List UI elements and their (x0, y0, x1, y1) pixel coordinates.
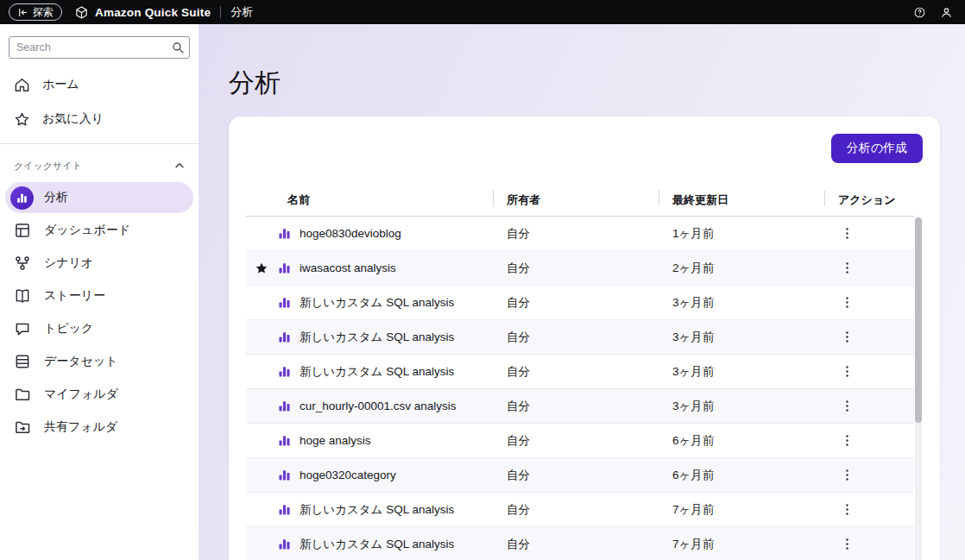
sidebar-item-label: ホーム (42, 77, 79, 92)
star-filled-icon[interactable] (255, 261, 268, 275)
bar-chart-icon (277, 364, 292, 379)
updated-cell: 2ヶ月前 (659, 261, 824, 276)
search-input[interactable] (9, 36, 190, 59)
sidebar-item-star[interactable]: お気に入り (0, 102, 199, 136)
updated-cell: 7ヶ月前 (659, 502, 824, 518)
sidebar-item-dataset[interactable]: データセット (5, 346, 193, 377)
analysis-name[interactable]: hoge0830devioblog (300, 227, 401, 240)
search-icon[interactable] (171, 41, 185, 54)
page-title: 分析 (229, 66, 281, 101)
bar-chart-icon (277, 433, 292, 448)
sidebar-item-shared-folder[interactable]: 共有フォルダ (5, 412, 193, 443)
analysis-name[interactable]: 新しいカスタム SQL analysis (300, 364, 454, 380)
updated-cell: 3ヶ月前 (659, 295, 824, 311)
name-cell: 新しいカスタム SQL analysis (246, 286, 493, 319)
analysis-name[interactable]: hoge0320category (300, 469, 396, 481)
sidebar: ホームお気に入り クイックサイト 分析ダッシュボードシナリオストーリートピックデ… (0, 24, 199, 560)
owner-cell: 自分 (493, 468, 659, 483)
row-actions-button[interactable] (835, 463, 859, 488)
table-row[interactable]: cur_hourly-00001.csv analysis自分3ヶ月前 (246, 389, 914, 424)
updated-cell: 3ヶ月前 (659, 330, 824, 345)
sidebar-item-topic[interactable]: トピック (5, 313, 193, 344)
brand-name: Amazon Quick Suite (95, 6, 211, 19)
row-actions-button[interactable] (835, 222, 859, 246)
owner-cell: 自分 (493, 537, 659, 552)
name-cell: hoge analysis (246, 424, 493, 457)
table-row[interactable]: 新しいカスタム SQL analysis自分3ヶ月前 (246, 286, 914, 320)
sidebar-item-home[interactable]: ホーム (0, 67, 199, 102)
owner-cell: 自分 (493, 330, 659, 345)
bar-chart-icon (277, 330, 292, 344)
top-bar: 探索 Amazon Quick Suite 分析 (0, 0, 965, 24)
action-cell (824, 360, 914, 384)
analysis-name[interactable]: cur_hourly-00001.csv analysis (300, 400, 457, 412)
scenario-icon (14, 255, 31, 272)
quick-suite-logo-icon (74, 5, 89, 20)
row-actions-button[interactable] (835, 394, 859, 418)
analysis-name[interactable]: hoge analysis (300, 434, 371, 447)
analysis-table-body: hoge0830devioblog自分1ヶ月前iwasacost analysi… (246, 217, 914, 560)
bar-chart-icon (277, 399, 292, 413)
table-row[interactable]: hoge0320category自分6ヶ月前 (246, 458, 914, 493)
analysis-name[interactable]: iwasacost analysis (300, 261, 396, 274)
section-label: クイックサイト (14, 160, 82, 173)
sidebar-item-folder[interactable]: マイフォルダ (5, 379, 193, 410)
user-icon[interactable] (940, 6, 953, 19)
chevron-up-icon[interactable] (171, 157, 188, 174)
sidebar-item-label: ストーリー (44, 288, 105, 304)
star-slot (246, 286, 277, 319)
topic-icon (14, 320, 31, 337)
row-actions-button[interactable] (835, 325, 859, 349)
column-header-name[interactable]: 名前 (246, 184, 493, 216)
sidebar-item-scenario[interactable]: シナリオ (5, 248, 193, 279)
scrollbar-track[interactable] (915, 217, 922, 560)
name-cell: cur_hourly-00001.csv analysis (246, 389, 493, 423)
updated-cell: 3ヶ月前 (659, 399, 824, 414)
name-cell: 新しいカスタム SQL analysis (246, 527, 493, 560)
analysis-table: 名前 所有者 最終更新日 アクション hoge0830devioblog自分1ヶ… (229, 184, 940, 560)
table-row[interactable]: 新しいカスタム SQL analysis自分7ヶ月前 (246, 493, 914, 527)
name-cell: 新しいカスタム SQL analysis (246, 320, 493, 354)
row-actions-button[interactable] (835, 256, 859, 280)
owner-cell: 自分 (493, 433, 659, 449)
scrollbar-thumb[interactable] (915, 217, 922, 423)
table-row[interactable]: iwasacost analysis自分2ヶ月前 (246, 251, 914, 286)
table-row[interactable]: hoge0830devioblog自分1ヶ月前 (246, 217, 914, 251)
owner-cell: 自分 (493, 399, 659, 414)
sidebar-item-bar-chart[interactable]: 分析 (5, 182, 193, 213)
create-analysis-button[interactable]: 分析の作成 (831, 134, 923, 163)
analysis-name[interactable]: 新しいカスタム SQL analysis (300, 330, 454, 345)
star-slot (246, 217, 277, 250)
updated-cell: 7ヶ月前 (659, 537, 824, 552)
column-header-updated[interactable]: 最終更新日 (659, 184, 824, 216)
table-row[interactable]: hoge analysis自分6ヶ月前 (246, 424, 914, 458)
analysis-name[interactable]: 新しいカスタム SQL analysis (300, 537, 454, 552)
owner-cell: 自分 (493, 226, 659, 242)
star-slot (246, 355, 277, 388)
sidebar-item-label: マイフォルダ (44, 387, 118, 402)
column-header-owner[interactable]: 所有者 (493, 184, 659, 216)
breadcrumb: 分析 (230, 4, 253, 20)
dataset-icon (14, 353, 31, 370)
row-actions-button[interactable] (835, 360, 859, 384)
row-actions-button[interactable] (835, 532, 859, 557)
bar-chart-icon (16, 192, 28, 204)
table-row[interactable]: 新しいカスタム SQL analysis自分3ヶ月前 (246, 355, 914, 389)
explore-button[interactable]: 探索 (9, 3, 62, 21)
help-icon[interactable] (913, 6, 926, 19)
table-row[interactable]: 新しいカスタム SQL analysis自分3ヶ月前 (246, 320, 914, 355)
star-slot (246, 389, 277, 423)
owner-cell: 自分 (493, 295, 659, 311)
row-actions-button[interactable] (835, 429, 859, 453)
table-row[interactable]: 新しいカスタム SQL analysis自分7ヶ月前 (246, 527, 914, 560)
analysis-name[interactable]: 新しいカスタム SQL analysis (300, 502, 454, 518)
sidebar-item-label: 分析 (44, 190, 68, 205)
sidebar-item-dashboard[interactable]: ダッシュボード (5, 215, 193, 246)
row-actions-button[interactable] (835, 291, 859, 315)
row-actions-button[interactable] (835, 498, 859, 522)
story-icon (14, 287, 31, 305)
button-row: 分析の作成 (229, 134, 940, 163)
sidebar-item-story[interactable]: ストーリー (5, 280, 193, 311)
analysis-name[interactable]: 新しいカスタム SQL analysis (300, 295, 454, 311)
star-icon (14, 111, 30, 128)
